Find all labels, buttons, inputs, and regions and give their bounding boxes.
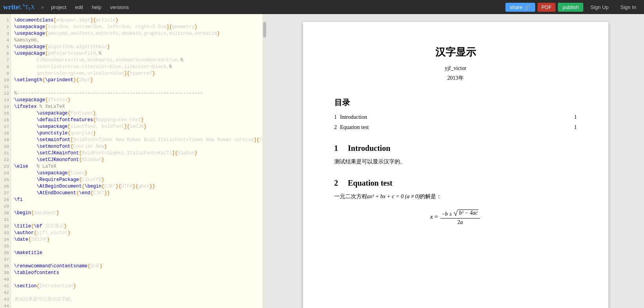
line-number: 39 [2, 270, 9, 276]
math-inline-1: ax² + bx + c = 0 (a ≠ 0) [367, 193, 420, 199]
line-number: 35 [2, 243, 9, 250]
code-line: CJKbookmarks=true,bookmarks,bookmarksnum… [14, 57, 262, 64]
line-number: 31 [2, 217, 9, 223]
code-line: \usepackage[pdfstartview=FitH,% [14, 50, 262, 57]
line-number: 15 [2, 110, 9, 117]
line-number: 44 [2, 303, 9, 308]
code-line: colorlinks=true,citecolor=blue,linkcolor… [14, 64, 262, 70]
nav-help[interactable]: help [88, 3, 105, 12]
fraction-denominator: 2a [456, 218, 465, 226]
share-button[interactable]: share 🔗 [505, 3, 536, 12]
pdf-button[interactable]: PDF [538, 3, 556, 12]
code-line [14, 256, 262, 263]
line-number: 43 [2, 296, 9, 303]
logo-write: write [3, 3, 19, 11]
line-number: 2 [2, 24, 9, 30]
code-line [14, 243, 262, 250]
line-number: 20 [2, 143, 9, 150]
toc-page-2: 1 [574, 124, 577, 131]
code-line [14, 203, 262, 210]
code-line [14, 84, 262, 90]
line-number: 19 [2, 137, 9, 143]
code-line [14, 303, 262, 308]
code-line: \usepackage[slantfont, boldfont]{xeCJK} [14, 124, 262, 130]
code-line: \punctstyle{quanjiao} [14, 130, 262, 137]
editor-scrollbar[interactable] [262, 14, 267, 308]
code-line: \else % LaTeX [14, 163, 262, 170]
code-area[interactable]: \documentclass[a4paper,10pt]{article}\us… [11, 14, 262, 308]
editor-content: 1234567891011121314151617181920212223242… [0, 14, 262, 308]
code-line [14, 217, 262, 223]
line-number: 9 [2, 70, 9, 77]
toc-page-1: 1 [574, 114, 577, 120]
code-line: \date{2013年} [14, 236, 262, 243]
line-number: 34 [2, 236, 9, 243]
nav-versions[interactable]: versions [106, 3, 133, 12]
line-number: 6 [2, 50, 9, 57]
line-number: 3 [2, 30, 9, 37]
toc-entry-1: 1 Introduction 1 [334, 114, 577, 121]
line-number: 41 [2, 283, 9, 290]
section1-number: 1 [334, 144, 338, 152]
code-line: \RequirePackage{CJkutf8} [14, 177, 262, 183]
section1-title: Introduction [348, 144, 391, 152]
code-line: \defaultfontfeatures{Mapping=tex-text} [14, 117, 262, 124]
document-author: yjf_victor [334, 65, 577, 72]
publish-button[interactable]: publish [558, 3, 583, 12]
line-number: 42 [2, 290, 9, 296]
editor-pane[interactable]: 1234567891011121314151617181920212223242… [0, 14, 262, 308]
nav-project[interactable]: project [47, 3, 70, 12]
signup-button[interactable]: Sign Up [586, 3, 613, 12]
code-line [14, 276, 262, 283]
signin-button[interactable]: Sign In [616, 3, 641, 12]
line-number: 5 [2, 44, 9, 50]
preview-pane[interactable]: 汉字显示 yjf_victor 2013年 目录 1 Introduction … [267, 14, 644, 308]
code-line: \usepackage{fontspec} [14, 110, 262, 117]
line-number: 40 [2, 276, 9, 283]
toc-entry-2: 2 Equation test 1 [334, 124, 577, 131]
code-line: \tableofcontents [14, 270, 262, 276]
code-line: \usepackage[top=3cm, bottom=3cm, left=3c… [14, 24, 262, 30]
line-number: 13 [2, 97, 9, 104]
section2-paragraph: 一元二次方程ax² + bx + c = 0 (a ≠ 0)的解是： [334, 192, 577, 201]
line-number: 11 [2, 84, 9, 90]
line-number: 1 [2, 17, 9, 24]
toc-number-2: 2 [334, 124, 337, 131]
line-number: 27 [2, 190, 9, 197]
toc-label-2: Equation test [340, 124, 369, 131]
code-line: \renewcommand\contentsname{目录} [14, 263, 262, 270]
code-line: \setmonofont{Courier New} [14, 143, 262, 150]
section2-number: 2 [334, 179, 338, 187]
nav-separator: » [41, 4, 44, 10]
toc-title: 目录 [334, 97, 577, 108]
section2-title: Equation test [348, 179, 393, 187]
line-number: 17 [2, 124, 9, 130]
fraction-formula: −b ± √ b² − 4ac 2a [440, 209, 480, 226]
code-line: anchorcolor=green,urlcolor=blue]{hyperre… [14, 70, 262, 77]
line-number: 30 [2, 210, 9, 217]
sqrt-wrapper: √ b² − 4ac [453, 209, 478, 217]
nav-menu: project edit help versions [47, 3, 133, 12]
line-number: 29 [2, 203, 9, 210]
line-number: 23 [2, 163, 9, 170]
document-page: 汉字显示 yjf_victor 2013年 目录 1 Introduction … [303, 22, 608, 308]
toc-label-1: Introduction [340, 114, 367, 120]
line-number: 22 [2, 157, 9, 163]
share-icon: 🔗 [524, 4, 530, 10]
line-numbers: 1234567891011121314151617181920212223242… [0, 14, 11, 308]
code-line: \setCJKmainfont[BoldFont=SimHei,ItalicFo… [14, 150, 262, 157]
scrollbar-thumb[interactable] [263, 22, 266, 38]
nav-edit[interactable]: edit [71, 3, 87, 12]
line-number: 38 [2, 263, 9, 270]
section1-paragraph: 测试结果是可以显示汉字的。 [334, 158, 577, 166]
nav-right-actions: share 🔗 PDF publish Sign Up Sign In [505, 3, 641, 12]
code-line: \author{yjf\_victor} [14, 230, 262, 236]
line-number: 21 [2, 150, 9, 157]
section1-heading: 1 Introduction [334, 144, 577, 153]
line-number: 25 [2, 177, 9, 183]
line-number: 26 [2, 183, 9, 190]
line-number: 12 [2, 90, 9, 97]
math-display-formula: x = −b ± √ b² − 4ac 2a [334, 209, 577, 226]
main-area: 1234567891011121314151617181920212223242… [0, 14, 644, 308]
toc-number-1: 1 [334, 114, 337, 120]
